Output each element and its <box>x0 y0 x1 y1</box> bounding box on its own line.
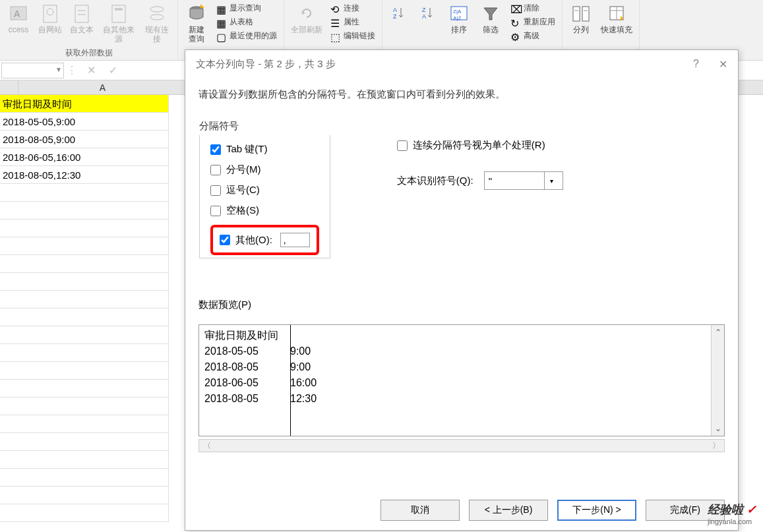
horizontal-scrollbar[interactable]: 〈 〉 <box>198 439 725 452</box>
watermark: 经验啦 ✓ jingyanla.com <box>708 502 756 525</box>
cell[interactable] <box>0 202 169 220</box>
help-icon[interactable]: ? <box>693 58 699 71</box>
next-button[interactable]: 下一步(N) > <box>557 500 636 521</box>
enter-icon[interactable]: ✓ <box>109 64 117 76</box>
scroll-right-icon[interactable]: 〉 <box>712 440 720 452</box>
back-button[interactable]: < 上一步(B) <box>469 500 548 521</box>
column-header-a[interactable]: A <box>18 80 187 94</box>
new-query-button[interactable]: 新建 查询 <box>181 1 212 45</box>
svg-point-3 <box>47 9 53 15</box>
from-text-button[interactable]: 自文本 <box>66 1 98 36</box>
text-qualifier-dropdown[interactable]: " ▾ <box>484 171 563 190</box>
name-box[interactable]: ▼ <box>1 63 64 78</box>
cell[interactable] <box>0 184 169 202</box>
consecutive-checkbox[interactable] <box>397 140 408 151</box>
space-checkbox[interactable] <box>210 206 221 216</box>
cell[interactable] <box>0 398 169 415</box>
scroll-up-icon[interactable]: ⌃ <box>715 328 721 337</box>
cell[interactable] <box>0 469 169 487</box>
column-divider[interactable] <box>290 325 291 436</box>
cell[interactable] <box>0 237 169 255</box>
advanced-button[interactable]: ⚙高级 <box>506 29 559 43</box>
dialog-description: 请设置分列数据所包含的分隔符号。在预览窗口内可看到分列的效果。 <box>198 88 725 101</box>
recent-sources-button[interactable]: ▢最近使用的源 <box>212 29 281 43</box>
reapply-button[interactable]: ↻重新应用 <box>506 15 559 29</box>
from-web-button[interactable]: 自网站 <box>34 1 66 36</box>
cell[interactable] <box>0 344 169 362</box>
cancel-button[interactable]: 取消 <box>381 500 460 521</box>
from-table-button[interactable]: ▦从表格 <box>212 15 281 29</box>
filter-button[interactable]: 筛选 <box>475 1 506 36</box>
cell[interactable] <box>0 291 169 309</box>
show-queries-button[interactable]: ▦显示查询 <box>212 1 281 15</box>
preview-row: 2018-05-059:00 <box>204 343 719 359</box>
select-all-corner[interactable] <box>0 80 18 94</box>
cell[interactable] <box>0 273 169 291</box>
other-delimiter-input[interactable] <box>280 233 310 247</box>
other-checkbox-row[interactable]: 其他(O): <box>220 233 310 247</box>
cell[interactable] <box>0 487 169 504</box>
web-icon <box>40 3 61 24</box>
grid-icon: ▦ <box>216 17 227 28</box>
cell[interactable]: 2018-08-05,12:30 <box>0 166 169 184</box>
cell[interactable]: 2018-08-05,9:00 <box>0 131 169 148</box>
vertical-scrollbar[interactable]: ⌃ ⌄ <box>711 325 724 436</box>
access-icon: A <box>8 3 29 24</box>
scroll-left-icon[interactable]: 〈 <box>203 440 211 452</box>
cell[interactable] <box>0 362 169 380</box>
sort-button[interactable]: Z|AA|Z 排序 <box>443 1 475 36</box>
connections-button[interactable]: ⟲连接 <box>326 1 379 15</box>
filter-icon <box>480 3 501 24</box>
semicolon-checkbox-row[interactable]: 分号(M) <box>210 163 319 176</box>
scroll-down-icon[interactable]: ⌄ <box>715 424 721 433</box>
svg-text:A: A <box>14 9 20 19</box>
cell[interactable] <box>0 309 169 326</box>
cell[interactable]: 2018-06-05,16:00 <box>0 148 169 166</box>
cell[interactable]: 2018-05-05,9:00 <box>0 113 169 131</box>
clear-filter-button[interactable]: ⌧清除 <box>506 1 559 15</box>
existing-connections-button[interactable]: 现有连接 <box>140 1 175 45</box>
preview-row: 2018-06-0516:00 <box>204 375 719 391</box>
flash-fill-button[interactable]: 快速填充 <box>597 1 636 36</box>
svg-rect-4 <box>75 5 88 22</box>
cell[interactable] <box>0 326 169 344</box>
space-checkbox-row[interactable]: 空格(S) <box>210 204 319 217</box>
sort-desc-button[interactable]: ZA <box>414 1 443 25</box>
data-preview: 审批日期及时间 2018-05-059:00 2018-08-059:00 20… <box>198 324 725 436</box>
other-checkbox[interactable] <box>220 235 230 245</box>
cell[interactable] <box>0 433 169 451</box>
recent-icon: ▢ <box>216 31 227 42</box>
checkmark-icon: ✓ <box>743 503 756 516</box>
cell[interactable] <box>0 451 169 469</box>
cell[interactable] <box>0 255 169 273</box>
from-access-button[interactable]: A ccess <box>3 1 34 36</box>
text-to-columns-button[interactable]: 分列 <box>565 1 597 36</box>
svg-rect-7 <box>112 5 125 22</box>
dropdown-icon[interactable]: ▼ <box>55 66 62 73</box>
comma-checkbox[interactable] <box>210 185 221 196</box>
ribbon-group-external-data: A ccess 自网站 自文本 自其他来源 现有连接 获取外部数据 <box>0 0 178 60</box>
svg-text:A: A <box>422 13 426 20</box>
cell[interactable] <box>0 415 169 433</box>
chevron-down-icon[interactable]: ▾ <box>544 172 559 189</box>
from-other-button[interactable]: 自其他来源 <box>98 1 140 45</box>
refresh-all-button[interactable]: 全部刷新 <box>287 1 326 36</box>
sort-asc-icon: AZ <box>389 3 410 24</box>
cell[interactable] <box>0 220 169 237</box>
close-icon[interactable]: ✕ <box>719 58 727 71</box>
tab-checkbox-row[interactable]: Tab 键(T) <box>210 143 319 156</box>
consecutive-checkbox-row[interactable]: 连续分隔符号视为单个处理(R) <box>397 139 563 152</box>
sort-asc-button[interactable]: AZ <box>385 1 414 25</box>
semicolon-checkbox[interactable] <box>210 165 221 175</box>
edit-links-button[interactable]: ⬚编辑链接 <box>326 29 379 43</box>
cell[interactable]: 审批日期及时间 <box>0 95 169 113</box>
cancel-icon[interactable]: ✕ <box>87 64 96 76</box>
properties-button[interactable]: ☰属性 <box>326 15 379 29</box>
dialog-titlebar[interactable]: 文本分列向导 - 第 2 步，共 3 步 ? ✕ <box>185 50 738 78</box>
comma-checkbox-row[interactable]: 逗号(C) <box>210 184 319 196</box>
cell[interactable] <box>0 504 169 522</box>
tab-checkbox[interactable] <box>210 144 221 155</box>
table-icon: ▦ <box>216 3 227 14</box>
cell[interactable] <box>0 380 169 398</box>
svg-text:A|Z: A|Z <box>453 15 461 21</box>
